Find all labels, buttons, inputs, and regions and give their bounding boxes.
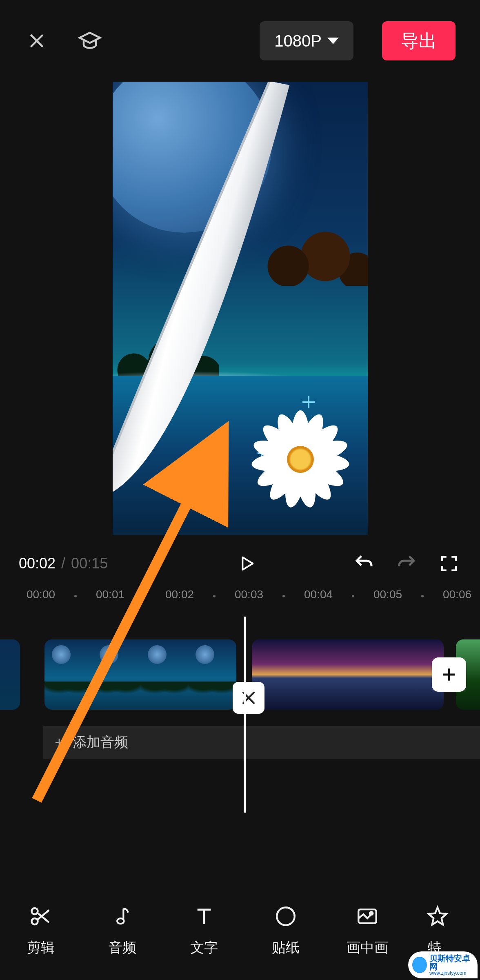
tool-label: 剪辑 xyxy=(27,938,55,957)
tool-label: 文字 xyxy=(190,938,218,957)
ruler-dot xyxy=(144,595,146,597)
tool-edit[interactable]: 剪辑 xyxy=(0,903,82,957)
chevron-down-icon xyxy=(327,38,339,44)
fullscreen-icon xyxy=(439,553,459,574)
video-clip-1[interactable] xyxy=(44,639,236,710)
transition-icon xyxy=(240,689,258,707)
star-icon xyxy=(424,903,451,929)
ruler-dot xyxy=(421,595,424,597)
watermark-url: www.zjbstyy.com xyxy=(429,971,473,976)
redo-button[interactable] xyxy=(394,551,419,576)
tool-pip[interactable]: 画中画 xyxy=(327,903,408,957)
add-audio-track[interactable]: + 添加音频 xyxy=(43,726,480,759)
tutorial-button[interactable] xyxy=(78,29,102,53)
plus-icon xyxy=(440,666,458,684)
tool-label: 贴纸 xyxy=(272,938,300,957)
ruler-tick: 00:02 xyxy=(165,588,194,601)
ruler-tick: 00:00 xyxy=(27,588,55,601)
top-bar: 1080P 导出 xyxy=(0,0,480,82)
undo-icon xyxy=(353,552,375,575)
tool-effect[interactable]: 特 xyxy=(408,903,453,957)
svg-point-5 xyxy=(370,912,373,915)
watermark-title: 贝斯特安卓网 xyxy=(429,954,473,971)
total-time: 00:15 xyxy=(71,555,108,572)
time-separator: / xyxy=(61,555,65,572)
clip-track[interactable] xyxy=(0,639,480,710)
ruler-dot xyxy=(282,595,285,597)
sparkle-icon xyxy=(302,396,315,408)
tool-audio[interactable]: 音频 xyxy=(82,903,163,957)
ruler-dot xyxy=(213,595,216,597)
ruler-tick: 00:01 xyxy=(96,588,124,601)
graduation-cap-icon xyxy=(78,29,102,53)
scissors-icon xyxy=(28,903,54,929)
text-icon xyxy=(191,903,217,929)
sticker-icon xyxy=(273,903,299,929)
fullscreen-button[interactable] xyxy=(437,551,461,576)
video-preview[interactable] xyxy=(113,82,368,535)
ruler-tick: 00:05 xyxy=(373,588,402,601)
ruler-dot xyxy=(352,595,354,597)
ruler-tick: 00:03 xyxy=(235,588,263,601)
ruler-dot xyxy=(74,595,77,597)
undo-button[interactable] xyxy=(352,551,376,576)
clip-edge[interactable] xyxy=(0,639,20,710)
timeline-track-area: + 添加音频 xyxy=(0,617,480,788)
ruler-tick: 00:06 xyxy=(443,588,471,601)
player-controls: 00:02 / 00:15 xyxy=(0,543,480,584)
add-audio-label: 添加音频 xyxy=(73,733,128,752)
picture-in-picture-icon xyxy=(354,903,380,929)
export-button[interactable]: 导出 xyxy=(382,21,456,60)
tool-sticker[interactable]: 贴纸 xyxy=(245,903,327,957)
preview-area xyxy=(0,82,480,543)
transition-button[interactable] xyxy=(233,682,264,714)
close-icon xyxy=(27,31,47,51)
resolution-label: 1080P xyxy=(274,32,322,50)
play-button[interactable] xyxy=(234,551,259,576)
resolution-button[interactable]: 1080P xyxy=(260,21,353,60)
plus-icon: + xyxy=(55,734,64,751)
tool-label: 画中画 xyxy=(347,938,388,957)
watermark: 贝斯特安卓网 www.zjbstyy.com xyxy=(408,951,478,978)
ruler-tick: 00:04 xyxy=(304,588,333,601)
music-note-icon xyxy=(109,903,136,929)
play-icon xyxy=(237,554,256,573)
playhead[interactable] xyxy=(244,617,246,813)
current-time: 00:02 xyxy=(19,555,56,572)
svg-point-2 xyxy=(117,918,124,924)
timeline-ruler[interactable]: 00:00 00:01 00:02 00:03 00:04 00:05 00:0… xyxy=(0,588,480,617)
video-clip-2[interactable] xyxy=(252,639,444,710)
flower-graphic xyxy=(249,408,351,510)
close-button[interactable] xyxy=(24,29,49,53)
export-label: 导出 xyxy=(401,29,437,53)
tool-label: 音频 xyxy=(109,938,136,957)
redo-icon xyxy=(396,552,418,575)
tool-text[interactable]: 文字 xyxy=(163,903,245,957)
add-clip-button[interactable] xyxy=(432,657,466,692)
globe-icon xyxy=(412,957,427,973)
